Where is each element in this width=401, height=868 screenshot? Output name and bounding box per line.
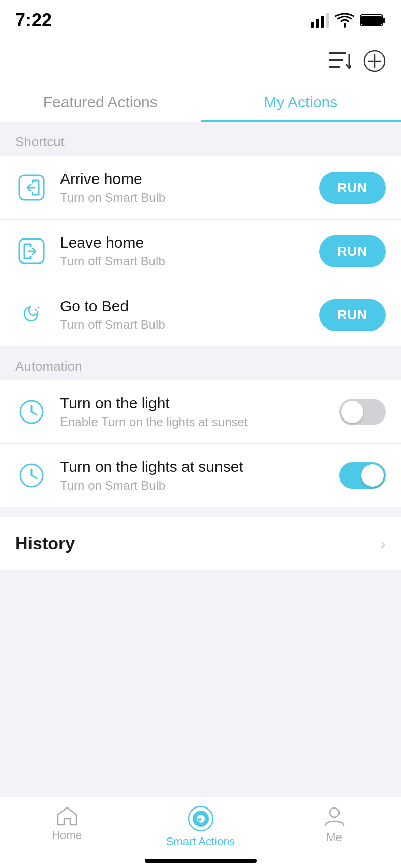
svg-line-24 xyxy=(32,475,37,478)
svg-rect-9 xyxy=(329,66,340,68)
svg-rect-6 xyxy=(361,16,382,25)
chevron-right-icon: › xyxy=(380,534,386,553)
status-bar: 7:22 xyxy=(0,0,401,41)
arrive-home-text: Arrive home Turn on Smart Bulb xyxy=(60,170,319,205)
me-icon xyxy=(323,805,346,828)
turn-on-sunset-title: Turn on the lights at sunset xyxy=(60,458,339,475)
clock-icon xyxy=(15,459,48,492)
clock-icon xyxy=(15,396,48,428)
turn-on-light-title: Turn on the light xyxy=(60,395,339,412)
arrive-home-run-button[interactable]: RUN xyxy=(319,172,386,204)
svg-rect-5 xyxy=(383,18,385,23)
list-item: Leave home Turn off Smart Bulb RUN xyxy=(0,220,401,283)
svg-point-16 xyxy=(35,309,37,311)
tab-my-actions[interactable]: My Actions xyxy=(201,81,402,122)
svg-rect-7 xyxy=(329,52,346,54)
add-icon xyxy=(363,50,386,72)
svg-text:e: e xyxy=(198,815,202,823)
section-shortcut-header: Shortcut xyxy=(0,122,401,156)
go-to-bed-title: Go to Bed xyxy=(60,297,319,315)
svg-rect-3 xyxy=(326,13,329,28)
battery-icon xyxy=(360,14,386,27)
svg-rect-8 xyxy=(329,59,343,61)
go-to-bed-icon xyxy=(15,298,48,331)
wifi-icon xyxy=(335,13,354,28)
arrive-home-title: Arrive home xyxy=(60,170,319,188)
leave-home-icon xyxy=(15,235,48,267)
turn-on-light-toggle[interactable] xyxy=(339,399,386,425)
smart-actions-nav-label: Smart Actions xyxy=(166,835,235,848)
nav-item-home[interactable]: Home xyxy=(0,805,134,842)
automation-list: Turn on the light Enable Turn on the lig… xyxy=(0,380,401,507)
leave-home-text: Leave home Turn off Smart Bulb xyxy=(60,234,319,268)
leave-home-title: Leave home xyxy=(60,234,319,251)
nav-item-smart-actions[interactable]: e Smart Actions xyxy=(134,805,267,848)
section-automation-header: Automation xyxy=(0,346,401,380)
tabs-container: Featured Actions My Actions xyxy=(0,81,401,122)
history-title: History xyxy=(15,533,75,553)
turn-on-light-text: Turn on the light Enable Turn on the lig… xyxy=(60,395,339,429)
list-item: Go to Bed Turn off Smart Bulb RUN xyxy=(0,283,401,346)
arrive-home-icon xyxy=(15,171,48,204)
list-item: Arrive home Turn on Smart Bulb RUN xyxy=(0,156,401,220)
svg-rect-0 xyxy=(311,22,314,28)
toolbar xyxy=(0,41,401,81)
go-to-bed-subtitle: Turn off Smart Bulb xyxy=(60,318,319,332)
svg-point-18 xyxy=(37,311,39,313)
arrive-home-subtitle: Turn on Smart Bulb xyxy=(60,191,319,205)
status-time: 7:22 xyxy=(15,10,52,31)
home-icon xyxy=(56,805,78,826)
turn-on-sunset-toggle[interactable] xyxy=(339,462,386,489)
smart-actions-icon: e xyxy=(188,805,214,832)
svg-line-21 xyxy=(32,412,37,415)
me-nav-label: Me xyxy=(326,831,342,844)
shortcut-list: Arrive home Turn on Smart Bulb RUN Leave… xyxy=(0,156,401,346)
svg-rect-1 xyxy=(316,19,319,28)
leave-home-subtitle: Turn off Smart Bulb xyxy=(60,254,319,268)
turn-on-light-subtitle: Enable Turn on the lights at sunset xyxy=(60,415,339,429)
leave-home-run-button[interactable]: RUN xyxy=(319,235,386,267)
go-to-bed-run-button[interactable]: RUN xyxy=(319,299,386,331)
add-button[interactable] xyxy=(363,50,386,72)
toggle-knob xyxy=(361,464,384,487)
svg-point-29 xyxy=(330,808,339,817)
home-nav-label: Home xyxy=(52,829,82,842)
toggle-knob xyxy=(341,401,363,423)
turn-on-sunset-subtitle: Turn on Smart Bulb xyxy=(60,478,339,493)
history-row[interactable]: History › xyxy=(0,517,401,570)
list-item: Turn on the lights at sunset Turn on Sma… xyxy=(0,444,401,507)
go-to-bed-text: Go to Bed Turn off Smart Bulb xyxy=(60,297,319,332)
svg-point-17 xyxy=(38,307,40,309)
sort-icon xyxy=(329,52,351,70)
signal-icon xyxy=(311,13,329,28)
nav-item-me[interactable]: Me xyxy=(267,805,401,844)
turn-on-sunset-text: Turn on the lights at sunset Turn on Sma… xyxy=(60,458,339,493)
status-icons xyxy=(311,13,386,28)
list-item: Turn on the light Enable Turn on the lig… xyxy=(0,380,401,444)
svg-rect-2 xyxy=(321,16,324,28)
home-indicator xyxy=(145,859,257,863)
bottom-nav: Home e Smart Actions Me xyxy=(0,797,401,868)
tab-featured[interactable]: Featured Actions xyxy=(0,81,201,122)
sort-button[interactable] xyxy=(329,52,351,70)
